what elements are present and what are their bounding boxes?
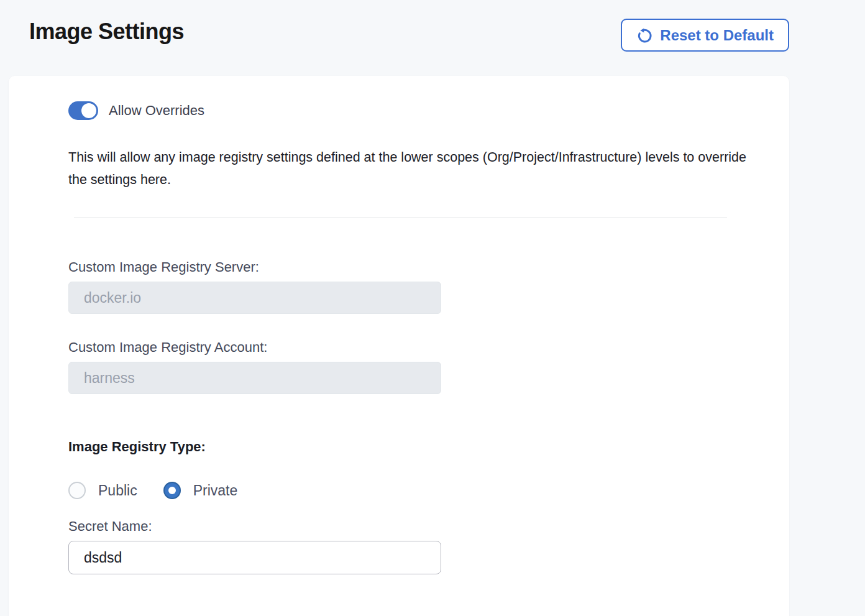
toggle-knob [81, 103, 96, 118]
section-divider [74, 218, 727, 218]
reset-icon [636, 27, 653, 44]
allow-overrides-row: Allow Overrides [68, 101, 764, 120]
page-header: Image Settings Reset to Default [0, 0, 865, 76]
radio-option-private[interactable]: Private [163, 482, 238, 499]
radio-selected-icon [163, 482, 181, 499]
radio-option-public[interactable]: Public [68, 482, 137, 499]
registry-account-input [68, 362, 441, 394]
registry-server-input [68, 282, 441, 314]
secret-name-input[interactable] [68, 541, 441, 574]
allow-overrides-toggle[interactable] [68, 101, 98, 120]
secret-name-group: Secret Name: [68, 518, 764, 574]
page-title: Image Settings [29, 19, 184, 45]
radio-unselected-icon [68, 482, 86, 499]
registry-type-group: Image Registry Type: Public Private [68, 439, 764, 499]
registry-account-label: Custom Image Registry Account: [68, 339, 764, 356]
registry-account-group: Custom Image Registry Account: [68, 339, 764, 394]
registry-type-label: Image Registry Type: [68, 439, 764, 455]
radio-selected-dot [168, 487, 176, 494]
allow-overrides-label: Allow Overrides [109, 103, 204, 119]
registry-type-options: Public Private [68, 482, 764, 499]
reset-to-default-button[interactable]: Reset to Default [621, 19, 789, 52]
radio-public-label: Public [98, 482, 137, 499]
reset-button-label: Reset to Default [660, 27, 774, 44]
image-settings-card: Allow Overrides This will allow any imag… [9, 76, 789, 616]
secret-name-label: Secret Name: [68, 518, 764, 535]
registry-server-group: Custom Image Registry Server: [68, 259, 764, 314]
radio-private-label: Private [193, 482, 238, 499]
overrides-description: This will allow any image registry setti… [68, 146, 759, 191]
registry-server-label: Custom Image Registry Server: [68, 259, 764, 275]
